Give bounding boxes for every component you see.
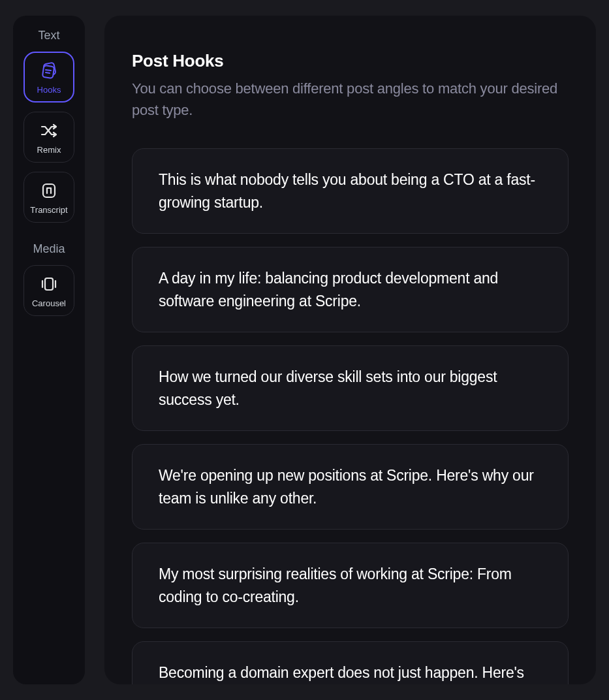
hook-card[interactable]: Becoming a domain expert does not just h… — [132, 641, 569, 684]
hook-card[interactable]: My most surprising realities of working … — [132, 543, 569, 628]
hook-card[interactable]: How we turned our diverse skill sets int… — [132, 345, 569, 431]
svg-line-3 — [46, 72, 50, 73]
sidebar-item-label: Transcript — [30, 205, 67, 215]
sidebar-item-remix[interactable]: Remix — [23, 112, 74, 163]
sidebar-item-label: Carousel — [32, 298, 66, 308]
shuffle-icon — [39, 120, 59, 141]
hook-text: Becoming a domain expert does not just h… — [159, 661, 542, 684]
sidebar-item-label: Hooks — [37, 85, 61, 95]
hook-text: We're opening up new positions at Scripe… — [159, 464, 542, 509]
sidebar-section-text-label: Text — [38, 29, 59, 42]
hooks-icon — [39, 60, 59, 81]
svg-rect-1 — [42, 65, 54, 78]
hook-text: How we turned our diverse skill sets int… — [159, 366, 542, 411]
hook-text: My most surprising realities of working … — [159, 563, 542, 608]
hook-card[interactable]: We're opening up new positions at Scripe… — [132, 444, 569, 530]
svg-rect-4 — [43, 184, 55, 197]
transcript-icon — [39, 180, 59, 201]
hook-text: This is what nobody tells you about bein… — [159, 168, 542, 214]
sidebar-item-carousel[interactable]: Carousel — [23, 265, 74, 316]
sidebar-section-media-label: Media — [33, 242, 65, 256]
sidebar-item-transcript[interactable]: Transcript — [23, 172, 74, 223]
sidebar-item-label: Remix — [37, 145, 61, 155]
hook-text: A day in my life: balancing product deve… — [159, 267, 542, 312]
carousel-icon — [39, 274, 59, 294]
sidebar-item-hooks[interactable]: Hooks — [23, 52, 74, 103]
panel-subtitle: You can choose between different post an… — [132, 78, 569, 121]
app-container: Text Hooks Remix — [0, 0, 609, 700]
hook-card[interactable]: A day in my life: balancing product deve… — [132, 247, 569, 332]
panel-title: Post Hooks — [132, 51, 569, 71]
svg-rect-6 — [45, 278, 53, 290]
main-panel: Post Hooks You can choose between differ… — [104, 16, 596, 684]
svg-line-2 — [46, 70, 51, 71]
sidebar: Text Hooks Remix — [13, 16, 85, 684]
hook-card[interactable]: This is what nobody tells you about bein… — [132, 148, 569, 234]
